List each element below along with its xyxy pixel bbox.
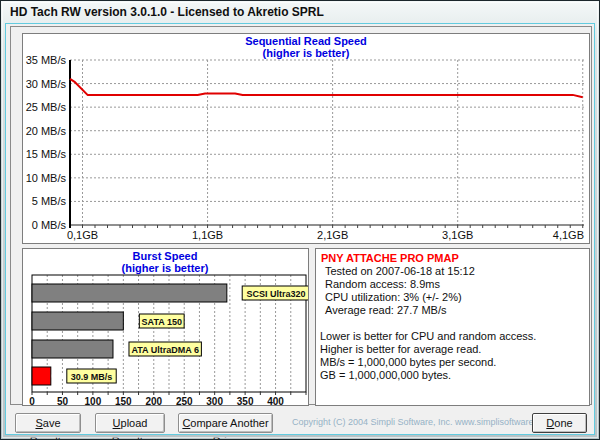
random-access-line: Random access: 8.9ms [316,278,589,291]
burst-speed-chart: Burst Speed (higher is better) 050100150… [23,249,308,405]
results-frame: Sequential Read Speed (higher is better)… [10,26,592,405]
sequential-read-chart-panel: Sequential Read Speed (higher is better)… [22,33,590,244]
note-mbs-def: MB/s = 1,000,000 bytes per second. [316,356,589,369]
svg-text:150: 150 [115,396,132,405]
svg-text:30.9 MB/s: 30.9 MB/s [71,372,113,382]
svg-text:5 MB/s: 5 MB/s [32,195,67,207]
note-lower-better: Lower is better for CPU and random acces… [316,330,589,343]
svg-text:30 MB/s: 30 MB/s [26,78,67,90]
svg-text:100: 100 [85,396,102,405]
drive-name: PNY ATTACHE PRO PMAP [316,249,589,265]
svg-text:1,1GB: 1,1GB [192,229,223,241]
app-window: HD Tach RW version 3.0.1.0 - Licensed to… [0,0,600,440]
svg-text:350: 350 [237,396,254,405]
svg-text:SCSI Ultra320: SCSI Ultra320 [247,289,306,299]
svg-text:250: 250 [176,396,193,405]
svg-text:400: 400 [267,396,284,405]
svg-text:50: 50 [57,396,69,405]
burst-chart-plot: 050100150200250300350400SCSI Ultra320SAT… [29,275,308,405]
button-bar: Save Results Upload Results Compare Anot… [6,413,594,433]
client-area: Sequential Read Speed (higher is better)… [5,23,595,435]
note-higher-better: Higher is better for average read. [316,343,589,356]
burst-chart-subtitle: (higher is better) [122,262,209,274]
cpu-utilization-line: CPU utilization: 3% (+/- 2%) [316,291,589,304]
svg-text:3,1GB: 3,1GB [442,229,473,241]
read-chart-subtitle: (higher is better) [263,47,350,59]
compare-another-drive-button[interactable]: Compare Another Drive [178,413,273,433]
svg-text:300: 300 [206,396,223,405]
title-bar[interactable]: HD Tach RW version 3.0.1.0 - Licensed to… [1,1,599,23]
svg-text:25 MB/s: 25 MB/s [26,101,67,113]
svg-text:15 MB/s: 15 MB/s [26,148,67,160]
burst-chart-title: Burst Speed [133,250,198,262]
info-spacer [316,317,589,330]
svg-text:35 MB/s: 35 MB/s [26,54,67,66]
svg-text:10 MB/s: 10 MB/s [26,172,67,184]
svg-text:0: 0 [29,396,35,405]
svg-text:0 MB/s: 0 MB/s [32,219,67,231]
save-results-button[interactable]: Save Results [15,413,81,433]
burst-speed-chart-panel: Burst Speed (higher is better) 050100150… [22,248,309,406]
read-chart-title: Sequential Read Speed [245,35,367,47]
sequential-read-chart: Sequential Read Speed (higher is better)… [23,34,589,243]
upload-results-button[interactable]: Upload Results [95,413,165,433]
svg-text:200: 200 [145,396,162,405]
svg-text:2,1GB: 2,1GB [317,229,348,241]
drive-info-panel: PNY ATTACHE PRO PMAP Tested on 2007-06-1… [315,248,590,406]
tested-on-line: Tested on 2007-06-18 at 15:12 [316,265,589,278]
window-title: HD Tach RW version 3.0.1.0 - Licensed to… [10,5,324,19]
copyright-text: Copyright (C) 2004 Simpli Software, Inc.… [292,417,528,427]
note-gb-def: GB = 1,000,000,000 bytes. [316,369,589,382]
svg-text:ATA UltraDMA 6: ATA UltraDMA 6 [131,345,199,355]
svg-text:20 MB/s: 20 MB/s [26,125,67,137]
svg-text:SATA 150: SATA 150 [142,317,182,327]
svg-text:4,1GB: 4,1GB [553,229,584,241]
done-button[interactable]: Done [532,413,587,433]
svg-text:0,1GB: 0,1GB [67,229,98,241]
read-chart-plot: 0 MB/s5 MB/s10 MB/s15 MB/s20 MB/s25 MB/s… [26,54,584,241]
average-read-line: Average read: 27.7 MB/s [316,304,589,317]
